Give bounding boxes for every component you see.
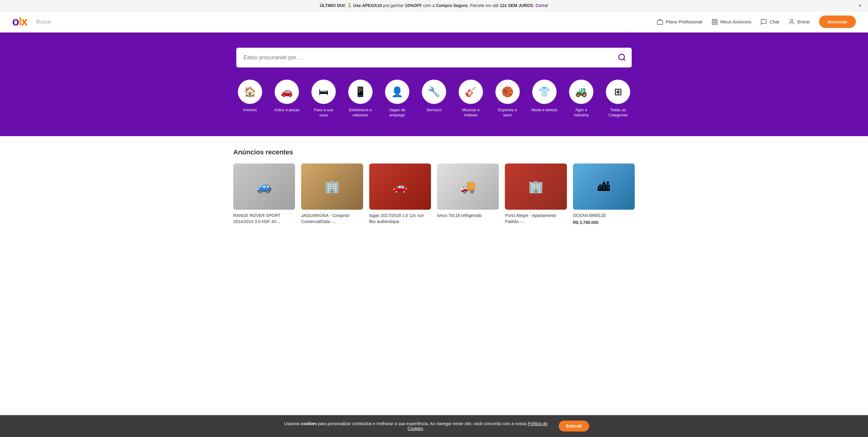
listing-card[interactable]: 🏢 Porto Alegre - Apartamento Padrão -... bbox=[505, 164, 567, 225]
listing-image: 🏢 bbox=[301, 164, 363, 210]
listing-image: 🚗 bbox=[369, 164, 431, 210]
header-nav: Plano Profissional Meus Anúncios Chat En… bbox=[657, 15, 856, 28]
main-search-input[interactable] bbox=[236, 48, 632, 67]
top-banner: ÚLTIMO DIA! 🏃 Use APEGA10 pra ganhar 10%… bbox=[0, 0, 868, 11]
svg-line-7 bbox=[623, 59, 625, 60]
category-icon-eletronicos: 📱 bbox=[354, 86, 367, 98]
category-icon-casa: 🛏 bbox=[319, 86, 329, 98]
anuncios-label: Meus Anúncios bbox=[720, 19, 751, 24]
banner-close-button[interactable]: × bbox=[858, 2, 862, 9]
listing-title: Porto Alegre - Apartamento Padrão -... bbox=[505, 213, 567, 225]
category-circle-agro: 🚜 bbox=[569, 79, 593, 104]
svg-rect-4 bbox=[715, 22, 717, 24]
category-label-todas: Todas as Categorias bbox=[604, 108, 632, 118]
listing-image: 🏢 bbox=[505, 164, 567, 210]
listing-card[interactable]: 🚙 RANGE ROVER SPORT 2014/2014 3.0 HSF 4X… bbox=[233, 164, 295, 225]
chat-icon bbox=[760, 19, 767, 25]
header-search[interactable]: Buscar bbox=[36, 19, 657, 25]
nav-anuncios[interactable]: Meus Anúncios bbox=[711, 19, 751, 25]
category-eletronicos[interactable]: 📱 Eletrônicos e celulares bbox=[347, 79, 374, 118]
chat-label: Chat bbox=[770, 19, 779, 24]
category-label-autos: Autos e peças bbox=[274, 108, 299, 113]
category-esportes[interactable]: 🏀 Esportes e lazer bbox=[494, 79, 521, 118]
listing-card[interactable]: 🏢 JAGUARIÚNA - Conjunto Comercial/Sala -… bbox=[301, 164, 363, 225]
plano-label: Plano Profissional bbox=[666, 19, 702, 24]
logo-l: l bbox=[19, 15, 21, 28]
category-label-casa: Para a sua casa bbox=[310, 108, 337, 118]
listing-price: R$ 3.790.000 bbox=[573, 220, 635, 225]
promo-code: APEGA10 bbox=[362, 3, 382, 8]
banner-cta-link[interactable]: Corra! bbox=[535, 3, 548, 8]
hero-section: 🏠 Imóveis 🚗 Autos e peças 🛏 Para a sua c… bbox=[0, 33, 868, 136]
category-label-eletronicos: Eletrônicos e celulares bbox=[347, 108, 374, 118]
category-icon-imoveis: 🏠 bbox=[244, 86, 256, 98]
entrar-label: Entrar bbox=[798, 19, 810, 24]
anunciar-button[interactable]: Anunciar bbox=[819, 15, 856, 28]
category-label-imoveis: Imóveis bbox=[243, 108, 257, 113]
listing-title: logan 2017/2018 1.0 12v sce flex authent… bbox=[369, 213, 431, 225]
nav-chat[interactable]: Chat bbox=[760, 19, 779, 25]
category-circle-autos: 🚗 bbox=[275, 79, 299, 104]
category-icon-autos: 🚗 bbox=[281, 86, 293, 98]
svg-rect-0 bbox=[657, 20, 662, 24]
listing-card[interactable]: 🚚 Iveco 70c16 refrigerado bbox=[437, 164, 499, 225]
category-icon-servicos: 🔧 bbox=[428, 86, 440, 98]
listing-img-placeholder: 🚗 bbox=[369, 164, 431, 210]
category-imoveis[interactable]: 🏠 Imóveis bbox=[236, 79, 264, 113]
listing-card[interactable]: 🏙 OCEAN BREEZE R$ 3.790.000 bbox=[573, 164, 635, 225]
category-circle-servicos: 🔧 bbox=[422, 79, 446, 104]
category-todas[interactable]: ⊞ Todas as Categorias bbox=[604, 79, 632, 118]
category-agro[interactable]: 🚜 Agro e indústria bbox=[567, 79, 595, 118]
search-wrapper bbox=[236, 48, 632, 67]
user-icon bbox=[788, 19, 795, 25]
category-circle-musicas: 🎸 bbox=[459, 79, 483, 104]
svg-point-5 bbox=[790, 19, 793, 21]
nav-plano[interactable]: Plano Profissional bbox=[657, 19, 702, 25]
grid-icon bbox=[711, 19, 718, 25]
search-icon bbox=[618, 53, 626, 61]
category-musicas[interactable]: 🎸 Músicas e hobbies bbox=[457, 79, 485, 118]
listing-img-placeholder: 🚚 bbox=[437, 164, 499, 210]
search-label: Buscar bbox=[36, 19, 52, 24]
listing-image: 🚙 bbox=[233, 164, 295, 210]
category-label-servicos: Serviços bbox=[426, 108, 442, 113]
category-casa[interactable]: 🛏 Para a sua casa bbox=[310, 79, 337, 118]
svg-rect-3 bbox=[712, 22, 714, 24]
listing-title: JAGUARIÚNA - Conjunto Comercial/Sala -..… bbox=[301, 213, 363, 225]
category-circle-todas: ⊞ bbox=[606, 79, 630, 104]
category-icon-vagas: 👤 bbox=[391, 86, 403, 98]
categories-row: 🏠 Imóveis 🚗 Autos e peças 🛏 Para a sua c… bbox=[236, 79, 632, 118]
category-moda[interactable]: 👕 Moda e beleza bbox=[531, 79, 558, 113]
svg-rect-1 bbox=[712, 19, 714, 21]
nav-entrar[interactable]: Entrar bbox=[788, 19, 810, 25]
listing-image: 🏙 bbox=[573, 164, 635, 210]
category-icon-musicas: 🎸 bbox=[465, 86, 477, 98]
category-icon-todas: ⊞ bbox=[614, 86, 622, 98]
category-circle-imoveis: 🏠 bbox=[238, 79, 262, 104]
category-label-agro: Agro e indústria bbox=[567, 108, 595, 118]
listing-img-placeholder: 🏙 bbox=[573, 164, 635, 210]
listing-img-placeholder: 🏢 bbox=[301, 164, 363, 210]
listing-title: OCEAN BREEZE bbox=[573, 213, 635, 219]
category-icon-esportes: 🏀 bbox=[501, 86, 514, 98]
category-circle-vagas: 👤 bbox=[385, 79, 409, 104]
category-label-moda: Moda e beleza bbox=[531, 108, 557, 113]
category-icon-agro: 🚜 bbox=[575, 86, 587, 98]
svg-point-6 bbox=[619, 54, 625, 60]
search-submit-button[interactable] bbox=[618, 53, 626, 62]
listings-grid: 🚙 RANGE ROVER SPORT 2014/2014 3.0 HSF 4X… bbox=[233, 164, 635, 225]
listing-title: RANGE ROVER SPORT 2014/2014 3.0 HSF 4X..… bbox=[233, 213, 295, 225]
category-label-esportes: Esportes e lazer bbox=[494, 108, 521, 118]
listing-card[interactable]: 🚗 logan 2017/2018 1.0 12v sce flex authe… bbox=[369, 164, 431, 225]
category-circle-moda: 👕 bbox=[532, 79, 557, 104]
category-servicos[interactable]: 🔧 Serviços bbox=[420, 79, 448, 113]
category-vagas[interactable]: 👤 Vagas de emprego bbox=[383, 79, 411, 118]
category-autos[interactable]: 🚗 Autos e peças bbox=[273, 79, 301, 113]
category-circle-eletronicos: 📱 bbox=[348, 79, 373, 104]
logo[interactable]: olx bbox=[12, 15, 27, 28]
header: olx Buscar Plano Profissional Meus Anúnc… bbox=[0, 11, 868, 33]
category-circle-esportes: 🏀 bbox=[495, 79, 520, 104]
logo-o: o bbox=[12, 15, 19, 28]
category-label-musicas: Músicas e hobbies bbox=[457, 108, 485, 118]
svg-rect-2 bbox=[715, 19, 717, 21]
